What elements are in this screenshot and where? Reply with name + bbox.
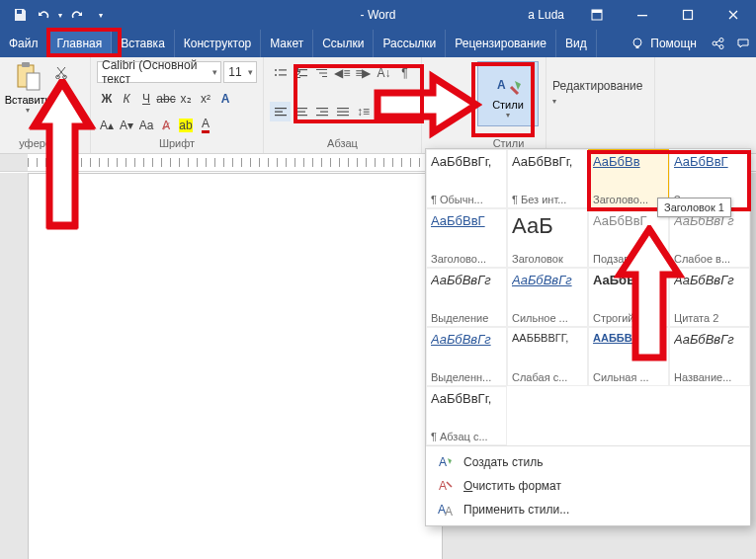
grow-font-button[interactable]: A▴: [97, 116, 117, 135]
change-case-button[interactable]: Aa: [136, 116, 156, 135]
style-cell[interactable]: АаБбВвГг,¶ Абзац с...: [426, 386, 507, 445]
tab-home[interactable]: Главная: [48, 30, 113, 57]
create-style-menuitem[interactable]: A Создать стиль: [426, 450, 750, 474]
svg-rect-38: [316, 115, 328, 116]
style-preview: АаБбВвГ: [431, 213, 502, 228]
multilevel-button[interactable]: [311, 63, 332, 83]
svg-rect-41: [337, 115, 349, 116]
align-right-button[interactable]: [311, 102, 332, 121]
close-icon[interactable]: [711, 0, 756, 30]
svg-rect-4: [684, 11, 693, 20]
group-styles: A Стили ▾ Стили: [471, 57, 546, 153]
style-cell[interactable]: АаБЗаголовок: [507, 208, 588, 268]
clear-format-menuitem[interactable]: A Очистить формат: [426, 474, 750, 498]
svg-rect-2: [592, 10, 602, 13]
menu-label: Создать стиль: [463, 455, 543, 469]
title-bar: ▾ ▾ - Word a Luda: [0, 0, 756, 30]
strike-button[interactable]: abc: [156, 89, 176, 109]
font-size-combo[interactable]: 11▾: [223, 61, 257, 83]
style-preview: АаБбВвГг: [512, 273, 583, 287]
font-color-button[interactable]: A: [196, 116, 215, 135]
editing-button[interactable]: Редактирование ▾: [552, 79, 648, 107]
style-cell[interactable]: АаБбВвГгВыделение: [426, 268, 507, 327]
maximize-icon[interactable]: [665, 0, 711, 30]
style-name: Сильное ...: [512, 312, 583, 324]
apply-styles-menuitem[interactable]: AA Применить стили...: [426, 498, 750, 521]
undo-dropdown-icon[interactable]: ▾: [55, 0, 65, 30]
svg-rect-0: [17, 10, 22, 14]
font-size-value: 11: [228, 65, 241, 79]
superscript-button[interactable]: x²: [196, 89, 215, 109]
minimize-icon[interactable]: [620, 0, 665, 30]
line-spacing-button[interactable]: ↕≡: [353, 102, 374, 121]
highlight-button[interactable]: ab: [176, 116, 196, 135]
style-name: Выделение: [431, 312, 502, 324]
svg-rect-31: [275, 111, 283, 112]
subscript-button[interactable]: x₂: [176, 89, 196, 109]
clear-format-icon: A: [438, 478, 454, 494]
style-cell[interactable]: АаБбВвГгСильное ...: [507, 268, 588, 327]
chevron-down-icon: ▾: [506, 111, 510, 120]
svg-rect-32: [275, 115, 287, 116]
save-icon[interactable]: [8, 0, 32, 30]
svg-point-19: [275, 69, 277, 71]
underline-button[interactable]: Ч: [136, 89, 156, 109]
bold-button[interactable]: Ж: [97, 89, 117, 109]
style-cell[interactable]: АаБбВвГгВыделенн...: [426, 327, 507, 386]
style-cell[interactable]: ААББВВГГ,Слабая с...: [507, 327, 588, 386]
text-effects-button[interactable]: A: [215, 89, 235, 109]
justify-button[interactable]: [332, 102, 353, 121]
svg-point-5: [633, 39, 641, 46]
svg-text:A: A: [445, 505, 453, 518]
svg-point-8: [719, 39, 723, 42]
clear-format-button[interactable]: A̷: [156, 116, 176, 135]
numbering-button[interactable]: 12: [291, 63, 311, 83]
ribbon-options-icon[interactable]: [574, 0, 620, 30]
svg-rect-40: [337, 111, 349, 112]
tab-design[interactable]: Конструктор: [175, 30, 261, 57]
app-title: - Word: [361, 8, 396, 22]
style-cell[interactable]: АаБбВвГг,¶ Обычн...: [426, 149, 507, 208]
tab-references[interactable]: Ссылки: [313, 30, 374, 57]
svg-rect-26: [299, 75, 307, 76]
undo-icon[interactable]: [32, 0, 55, 30]
share-icon[interactable]: [705, 30, 730, 57]
comments-icon[interactable]: [730, 30, 756, 57]
align-left-button[interactable]: [270, 102, 291, 121]
style-name: Заголово...: [593, 194, 664, 205]
bullets-button[interactable]: [270, 63, 291, 83]
tab-layout[interactable]: Макет: [261, 30, 313, 57]
tab-mailings[interactable]: Рассылки: [374, 30, 446, 57]
align-center-button[interactable]: [291, 102, 311, 121]
decrease-indent-button[interactable]: ◀≡: [332, 63, 353, 83]
tab-file[interactable]: Файл: [0, 30, 48, 57]
svg-rect-6: [636, 46, 639, 48]
lightbulb-icon: [630, 37, 644, 50]
style-cell[interactable]: АаБбВвГЗаголово...: [426, 208, 507, 268]
style-preview: АаБбВвГг,: [431, 391, 502, 406]
tell-me[interactable]: Помощн: [623, 30, 705, 57]
style-cell[interactable]: АаБбВвГг,¶ Без инт...: [507, 149, 588, 208]
user-name[interactable]: a Luda: [518, 8, 574, 22]
group-font: Calibri (Основной текст▾ 11▾ Ж К Ч abc x…: [91, 57, 264, 153]
shrink-font-button[interactable]: A▾: [117, 116, 136, 135]
increase-indent-button[interactable]: ≡▶: [353, 63, 374, 83]
qa-customize-icon[interactable]: ▾: [89, 0, 113, 30]
tab-view[interactable]: Вид: [556, 30, 597, 57]
group-editing: Редактирование ▾: [546, 57, 655, 153]
font-name-combo[interactable]: Calibri (Основной текст▾: [97, 61, 221, 83]
svg-text:2: 2: [294, 67, 301, 79]
tab-review[interactable]: Рецензирование: [446, 30, 556, 57]
italic-button[interactable]: К: [117, 89, 136, 109]
create-style-icon: A: [438, 454, 454, 470]
svg-rect-33: [295, 108, 307, 109]
redo-icon[interactable]: [65, 0, 89, 30]
styles-button[interactable]: A Стили ▾: [477, 61, 539, 126]
arrow-right-icon: [374, 69, 482, 140]
svg-rect-22: [279, 74, 287, 75]
apply-styles-icon: AA: [438, 502, 454, 518]
chevron-down-icon: ▾: [248, 67, 253, 77]
menu-label: Очистить формат: [463, 479, 561, 493]
tab-insert[interactable]: Вставка: [112, 30, 175, 57]
style-name: Заголово...: [431, 253, 502, 265]
